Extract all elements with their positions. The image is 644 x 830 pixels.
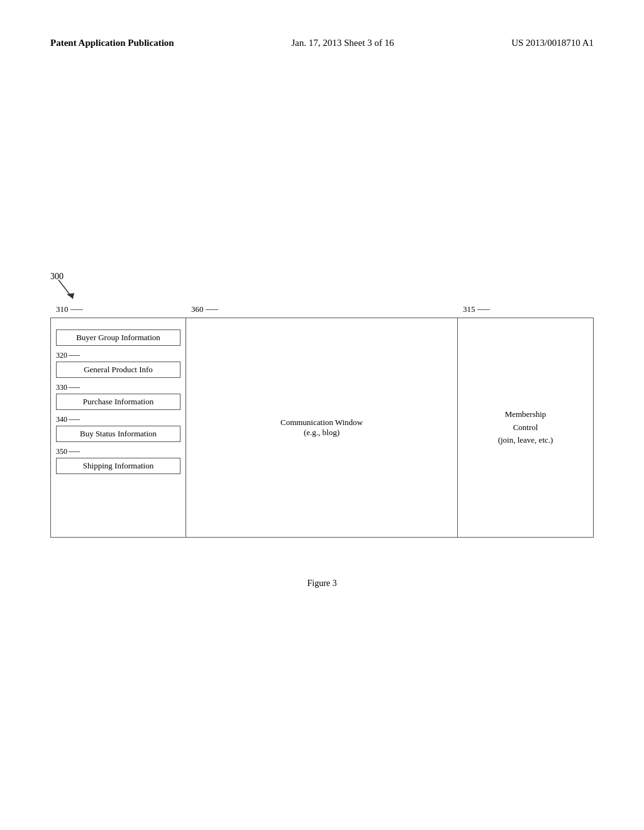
comm-line2: (e.g., blog) bbox=[280, 428, 363, 438]
sub-label-320-text: 320 bbox=[56, 351, 67, 360]
header-left: Patent Application Publication bbox=[50, 38, 174, 48]
membership-line2: Control bbox=[498, 421, 553, 434]
sub-label-320-line bbox=[69, 355, 80, 356]
membership-line3: (join, leave, etc.) bbox=[498, 434, 553, 447]
buyer-group-box: Buyer Group Information bbox=[56, 329, 180, 346]
sub-label-350-line bbox=[69, 451, 80, 452]
sub-label-330-line bbox=[69, 387, 80, 388]
panel-315-label-row: 315 bbox=[463, 304, 490, 314]
arrow-300-icon bbox=[55, 277, 80, 305]
sub-label-330-row: 330 bbox=[56, 383, 180, 392]
middle-panel: 360 Communication Window (e.g., blog) bbox=[186, 318, 458, 537]
panel-315-tick-line bbox=[477, 309, 490, 310]
buy-status-box: Buy Status Information bbox=[56, 426, 180, 442]
panel-315-label-text: 315 bbox=[463, 304, 475, 314]
header-right: US 2013/0018710 A1 bbox=[511, 38, 594, 48]
label-300: 300 bbox=[50, 270, 64, 282]
comm-line1: Communication Window bbox=[280, 418, 363, 428]
panel-310-label-text: 310 bbox=[56, 304, 69, 314]
panel-360-label-row: 360 bbox=[191, 304, 218, 314]
communication-window-text: Communication Window (e.g., blog) bbox=[280, 418, 363, 438]
sub-label-340-text: 340 bbox=[56, 415, 67, 424]
panel-360-label-text: 360 bbox=[191, 304, 204, 314]
page-header: Patent Application Publication Jan. 17, … bbox=[0, 38, 644, 48]
sub-label-340-row: 340 bbox=[56, 415, 180, 424]
membership-line1: Membership bbox=[498, 408, 553, 421]
buyer-group-section: Buyer Group Information bbox=[56, 329, 180, 346]
shipping-info-box: Shipping Information bbox=[56, 458, 180, 474]
general-product-box: General Product Info bbox=[56, 362, 180, 378]
membership-control-text: Membership Control (join, leave, etc.) bbox=[498, 408, 553, 447]
outer-box: 310 Buyer Group Information 320 General … bbox=[50, 318, 594, 538]
figure-caption: Figure 3 bbox=[0, 578, 644, 589]
svg-marker-1 bbox=[67, 293, 74, 299]
panel-310-label-row: 310 bbox=[56, 304, 83, 314]
figure-caption-text: Figure 3 bbox=[307, 578, 336, 588]
sub-label-350-row: 350 bbox=[56, 447, 180, 456]
right-panel: 315 Membership Control (join, leave, etc… bbox=[458, 318, 593, 537]
header-center: Jan. 17, 2013 Sheet 3 of 16 bbox=[291, 38, 394, 48]
left-panel: 310 Buyer Group Information 320 General … bbox=[51, 318, 186, 537]
sub-label-350-text: 350 bbox=[56, 447, 67, 456]
sub-label-320-row: 320 bbox=[56, 351, 180, 360]
sub-label-330-text: 330 bbox=[56, 383, 67, 392]
panel-310-tick-line bbox=[70, 309, 83, 310]
sub-label-340-line bbox=[69, 419, 80, 420]
purchase-info-box: Purchase Information bbox=[56, 394, 180, 410]
panel-360-tick-line bbox=[206, 309, 218, 310]
